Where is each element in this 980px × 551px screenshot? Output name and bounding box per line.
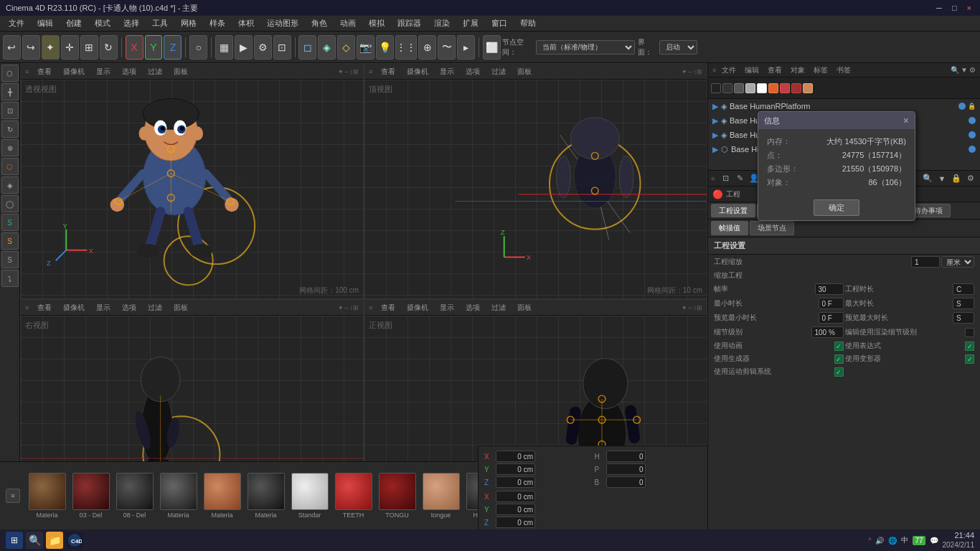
subtab-frame-values[interactable]: 帧描值 (711, 221, 748, 235)
menu-volume[interactable]: 体积 (232, 17, 260, 30)
left-icon-10[interactable]: S (1, 251, 19, 268)
vp-top-view[interactable]: 查看 (378, 66, 398, 77)
minimize-btn[interactable]: ─ (933, 4, 945, 12)
prop-input-preview-min[interactable] (819, 312, 844, 324)
taskbar-speaker-icon[interactable]: 🔊 (875, 537, 884, 545)
object-btn[interactable]: ○ (189, 35, 207, 60)
prop-select-unit[interactable]: 厘米 (941, 256, 974, 268)
info-dialog-close-btn[interactable]: × (903, 115, 909, 126)
menu-tools[interactable]: 工具 (146, 17, 174, 30)
mat-item-3[interactable]: Materia (159, 473, 198, 519)
redo-btn[interactable]: ↪ (22, 35, 40, 60)
floor-btn[interactable]: ⬜ (483, 35, 501, 60)
tab-project-settings[interactable]: 工程设置 (711, 204, 755, 217)
size-b-input[interactable] (606, 476, 646, 488)
pos-y-input[interactable] (496, 463, 535, 475)
pos-z-input[interactable] (496, 476, 535, 488)
checkbox-use-expr[interactable]: ✓ (965, 342, 974, 351)
vp-persp-view[interactable]: 查看 (34, 66, 55, 77)
color-swatch-skin[interactable] (803, 83, 813, 93)
vp-right-filter[interactable]: 过滤 (145, 302, 165, 314)
prop-input-detail[interactable] (811, 326, 844, 338)
vp-right-options[interactable]: 选项 (119, 302, 139, 314)
rp-mode-icon[interactable]: ⊡ (719, 172, 732, 185)
checkbox-use-gen[interactable]: ✓ (834, 354, 844, 364)
obj-menu-objects[interactable]: 对象 (788, 65, 808, 76)
prop-input-min-time[interactable] (819, 298, 844, 309)
vp-right-camera[interactable]: 摄像机 (60, 302, 88, 314)
vp-front-filter[interactable]: 过滤 (489, 302, 509, 314)
mat-side-icon-0[interactable]: ≡ (6, 489, 20, 503)
vp-persp-camera[interactable]: 摄像机 (60, 66, 88, 77)
left-icon-9[interactable]: S (1, 232, 19, 250)
vp-right-view[interactable]: 查看 (34, 302, 55, 314)
pos-x-input[interactable] (496, 451, 535, 462)
obj-settings-icon[interactable]: ⚙ (969, 66, 976, 74)
taskbar-network-icon[interactable]: 🌐 (888, 537, 897, 545)
left-icon-8[interactable]: S (1, 214, 19, 231)
mat-item-0[interactable]: Materia (27, 473, 67, 519)
info-dialog-confirm-btn[interactable]: 确定 (814, 199, 859, 216)
undo-btn[interactable]: ↩ (3, 35, 21, 60)
menu-character[interactable]: 角色 (306, 17, 333, 30)
vp-persp-filter[interactable]: 过滤 (145, 66, 165, 77)
taskbar-c4d-btn[interactable]: C4D (66, 532, 83, 549)
size-h-input[interactable] (606, 451, 646, 462)
rp-lock-icon[interactable]: 🔒 (950, 172, 963, 185)
mat-item-7[interactable]: TEETH (334, 473, 373, 519)
subtab-scene-nodes[interactable]: 场景节点 (750, 221, 794, 235)
size2-y-input[interactable] (496, 504, 535, 515)
live-select-btn[interactable]: ✦ (42, 35, 60, 60)
mat-item-5[interactable]: Materia (246, 473, 286, 519)
move-btn[interactable]: ✛ (61, 35, 79, 60)
vp-front-panel[interactable]: 面板 (514, 302, 534, 314)
menu-spline[interactable]: 样条 (204, 17, 231, 30)
menu-render[interactable]: 渲染 (428, 17, 456, 30)
prop-input-scale[interactable] (911, 256, 940, 268)
camera-btn[interactable]: 📷 (357, 35, 374, 60)
close-btn[interactable]: × (964, 4, 974, 12)
menu-mograph[interactable]: 运动图形 (261, 17, 304, 30)
color-swatch-black[interactable] (711, 83, 721, 93)
obj-menu-view[interactable]: 查看 (765, 65, 785, 76)
menu-file[interactable]: 文件 (3, 17, 30, 30)
menu-select[interactable]: 选择 (118, 17, 145, 30)
left-icon-0[interactable]: ⬡ (1, 65, 19, 82)
interface-select[interactable]: 启动 (659, 40, 697, 55)
taskbar-search-btn[interactable]: 🔍 (26, 532, 43, 549)
menu-window[interactable]: 窗口 (486, 17, 513, 30)
menu-help[interactable]: 帮助 (514, 17, 542, 30)
rp-edit-icon[interactable]: ✎ (733, 172, 746, 185)
menu-edit[interactable]: 编辑 (32, 17, 59, 30)
color-swatch-red[interactable] (780, 83, 790, 93)
vp-top-panel[interactable]: 面板 (514, 66, 534, 77)
mat-item-6[interactable]: Standar (290, 473, 329, 519)
taskbar-windows-btn[interactable]: ⊞ (6, 532, 23, 549)
boole-btn[interactable]: ⊕ (418, 35, 436, 60)
obj-menu-bookmarks[interactable]: 书签 (834, 65, 854, 76)
vp-right-display[interactable]: 显示 (93, 302, 113, 314)
taskbar-notification-icon[interactable]: 💬 (930, 537, 938, 545)
vp-front-display[interactable]: 显示 (437, 302, 457, 314)
menu-create[interactable]: 创建 (60, 17, 88, 30)
vp-persp-options[interactable]: 选项 (119, 66, 139, 77)
x-axis-btn[interactable]: X (126, 35, 143, 60)
prop-input-fps[interactable] (815, 283, 844, 295)
maximize-btn[interactable]: □ (949, 4, 960, 12)
obj-lock-0[interactable]: 🔒 (968, 103, 976, 110)
y-axis-btn[interactable]: Y (145, 35, 163, 60)
obj-search-icon[interactable]: 🔍 (951, 66, 959, 74)
prop-input-preview-max[interactable] (953, 312, 974, 324)
color-swatch-orange[interactable] (768, 83, 778, 93)
left-icon-2[interactable]: ⊡ (1, 102, 19, 119)
obj-vis-1[interactable] (969, 117, 976, 124)
obj-menu-edit[interactable]: 编辑 (742, 65, 762, 76)
rp-filter-icon[interactable]: ▼ (936, 172, 948, 185)
mat-item-8[interactable]: TONGU (377, 473, 417, 519)
mat-item-9[interactable]: tongue (421, 473, 461, 519)
vp-right-panel[interactable]: 面板 (171, 302, 191, 314)
left-icon-6[interactable]: ◈ (1, 176, 19, 194)
vp-top-options[interactable]: 选项 (463, 66, 483, 77)
more-btn[interactable]: ▸ (457, 35, 475, 60)
deform-btn[interactable]: ◇ (337, 35, 355, 60)
